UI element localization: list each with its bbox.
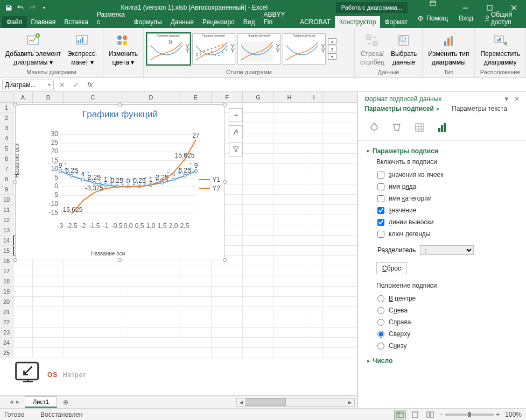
cell[interactable]: [180, 266, 212, 276]
pane-close-icon[interactable]: ✕: [514, 95, 520, 103]
cell[interactable]: [274, 317, 305, 327]
chart-plot-area[interactable]: -15-10-5051015202530-3-2.5-2-1.5-1-0.50,…: [45, 129, 199, 242]
select-data-button[interactable]: Выбратьданные: [389, 31, 419, 68]
cell[interactable]: [243, 328, 274, 337]
cell[interactable]: [33, 297, 64, 307]
rad-right[interactable]: Справа: [376, 316, 517, 328]
cell[interactable]: [274, 236, 305, 245]
sheet-nav-prev-icon[interactable]: ◀: [10, 400, 13, 404]
cell[interactable]: [274, 195, 305, 204]
cell[interactable]: [274, 307, 305, 317]
horizontal-scrollbar[interactable]: ◀▶: [236, 398, 355, 407]
cell[interactable]: [122, 297, 180, 307]
chart-style-thumb[interactable]: Графики функцийY1Y2: [237, 33, 280, 65]
cell[interactable]: [305, 225, 323, 235]
cell[interactable]: [212, 348, 243, 358]
effects-icon[interactable]: [389, 120, 404, 135]
cell[interactable]: [274, 266, 305, 276]
cell[interactable]: [243, 154, 274, 163]
row-header[interactable]: 9: [0, 184, 13, 194]
cell[interactable]: [243, 276, 274, 286]
cell[interactable]: [64, 266, 122, 276]
chart-title[interactable]: Графики функций: [16, 105, 225, 122]
cell[interactable]: [243, 266, 274, 276]
cell[interactable]: [274, 123, 305, 133]
cell[interactable]: [33, 328, 64, 337]
cell[interactable]: [64, 328, 122, 337]
rad-below[interactable]: Снизу: [376, 340, 517, 352]
cell[interactable]: [243, 317, 274, 327]
rad-left[interactable]: Слева: [376, 304, 517, 316]
add-chart-element-button[interactable]: Добавить элементдиаграммы ▾: [3, 31, 63, 68]
zoom-level[interactable]: 100%: [505, 411, 522, 418]
cell[interactable]: [243, 144, 274, 153]
row-header[interactable]: 13: [0, 225, 13, 235]
cell[interactable]: [305, 287, 323, 296]
cell[interactable]: [180, 338, 212, 347]
cell[interactable]: [212, 287, 243, 296]
chart-elements-button[interactable]: ＋: [229, 108, 243, 122]
cell[interactable]: [122, 338, 180, 347]
cell[interactable]: [305, 174, 323, 184]
tab-insert[interactable]: Вставка: [60, 16, 93, 28]
cell[interactable]: [122, 348, 180, 358]
cell[interactable]: [305, 195, 323, 204]
row-header[interactable]: 19: [0, 287, 13, 296]
cell[interactable]: [243, 338, 274, 347]
cell[interactable]: [274, 184, 305, 194]
new-sheet-button[interactable]: ⊕: [61, 397, 71, 407]
cell[interactable]: [180, 317, 212, 327]
cell[interactable]: [305, 307, 323, 317]
cell[interactable]: [305, 133, 323, 143]
view-page-layout-icon[interactable]: [409, 410, 421, 419]
tab-acrobat[interactable]: ACROBAT: [296, 16, 335, 28]
pane-tab-text-options[interactable]: Параметры текста: [452, 105, 507, 113]
cell[interactable]: [212, 328, 243, 337]
row-header[interactable]: 11: [0, 205, 13, 215]
cell[interactable]: [212, 317, 243, 327]
cell[interactable]: [274, 246, 305, 255]
separator-select[interactable]: ;: [420, 245, 474, 255]
cell[interactable]: [212, 307, 243, 317]
cell[interactable]: [33, 317, 64, 327]
tab-format[interactable]: Формат: [380, 16, 412, 28]
cell[interactable]: [274, 287, 305, 296]
cell[interactable]: [274, 328, 305, 337]
cell[interactable]: [274, 164, 305, 174]
row-header[interactable]: 20: [0, 297, 13, 307]
rad-above[interactable]: Сверху: [376, 328, 517, 340]
cell[interactable]: [305, 215, 323, 225]
cell[interactable]: [33, 287, 64, 296]
cell[interactable]: [64, 276, 122, 286]
cell[interactable]: [243, 133, 274, 143]
cell[interactable]: [180, 348, 212, 358]
cell[interactable]: [243, 215, 274, 225]
cell[interactable]: [305, 338, 323, 347]
cell[interactable]: [180, 307, 212, 317]
cell[interactable]: [122, 266, 180, 276]
cell[interactable]: [64, 287, 122, 296]
cell[interactable]: [305, 236, 323, 245]
cell[interactable]: [243, 225, 274, 235]
cell[interactable]: [243, 184, 274, 194]
tab-home[interactable]: Главная: [27, 16, 60, 28]
cell[interactable]: [13, 328, 33, 337]
label-options-icon[interactable]: [434, 120, 450, 135]
cell[interactable]: [180, 287, 212, 296]
change-chart-type-button[interactable]: Изменить типдиаграммы: [426, 31, 471, 68]
tab-view[interactable]: Вид: [239, 16, 260, 28]
cell[interactable]: [33, 307, 64, 317]
cell[interactable]: [33, 266, 64, 276]
cell[interactable]: [305, 317, 323, 327]
cell[interactable]: [212, 297, 243, 307]
column-header[interactable]: C: [64, 92, 122, 102]
cell[interactable]: [274, 276, 305, 286]
row-header[interactable]: 23: [0, 328, 13, 337]
row-header[interactable]: 10: [0, 195, 13, 204]
row-header[interactable]: 16: [0, 256, 13, 266]
chk-values-from-cells[interactable]: значения из ячеек: [376, 169, 517, 181]
cell[interactable]: [64, 317, 122, 327]
row-header[interactable]: 18: [0, 276, 13, 286]
cell[interactable]: [180, 276, 212, 286]
cell[interactable]: [274, 256, 305, 266]
